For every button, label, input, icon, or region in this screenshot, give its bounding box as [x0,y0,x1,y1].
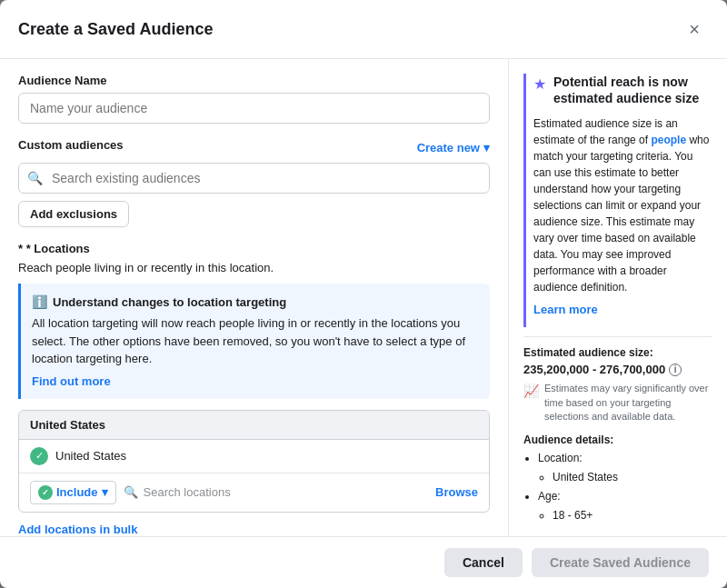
modal-overlay: Create a Saved Audience × Audience Name … [0,0,727,588]
modal-body: Audience Name Custom audiences Create ne… [0,59,727,536]
desc-highlight: people [651,134,686,146]
potential-reach-title: Potential reach is now estimated audienc… [553,74,712,106]
info-icon: ℹ️ [32,294,47,309]
right-panel: ★ Potential reach is now estimated audie… [509,59,727,536]
close-button[interactable]: × [680,15,709,44]
desc-part-2: who match your targeting criteria. You c… [533,134,709,294]
info-box-title: ℹ️ Understand changes to location target… [32,294,479,309]
estimated-size-label: Estimated audience size: [523,346,712,359]
audience-details-label: Audience details: [523,434,712,446]
location-item: ✓ United States [19,440,489,473]
location-check-icon: ✓ [30,447,48,465]
add-locations-bulk-link[interactable]: Add locations in bulk [18,523,137,536]
custom-audiences-label: Custom audiences [18,138,124,152]
chevron-down-icon: ▾ [483,141,490,154]
audience-details-list: Location: United States Age: 18 - 65+ [523,450,712,525]
location-item-label: United States [55,449,126,463]
audience-name-label: Audience Name [18,74,490,87]
audience-name-input[interactable] [18,93,490,124]
include-select-button[interactable]: ✓ Include ▾ [30,481,116,504]
info-box-text: All location targeting will now reach pe… [32,314,479,368]
locations-label: * Locations [18,242,490,255]
modal: Create a Saved Audience × Audience Name … [0,0,727,588]
location-search: 🔍 Search locations [124,485,429,499]
potential-reach-header: ★ Potential reach is now estimated audie… [533,74,712,106]
locations-box-header: United States [19,411,489,440]
location-detail-value: United States [553,469,712,486]
location-search-icon: 🔍 [124,485,138,499]
locations-box: United States ✓ United States ✓ Include … [18,410,490,513]
custom-audiences-search-input[interactable] [18,163,490,194]
right-panel-inner: ★ Potential reach is now estimated audie… [523,74,712,327]
custom-audiences-section: Custom audiences Create new ▾ 🔍 Add excl… [18,138,490,227]
learn-more-link[interactable]: Learn more [533,303,712,316]
audience-name-section: Audience Name [18,74,490,124]
estimated-size-info-icon[interactable]: i [669,364,682,376]
custom-audiences-header: Custom audiences Create new ▾ [18,138,490,157]
age-detail-label: Age: [538,490,561,503]
locations-description: Reach people living in or recently in th… [18,261,490,274]
purple-bar [523,74,526,327]
modal-footer: Cancel Create Saved Audience [0,536,727,588]
browse-button[interactable]: Browse [435,485,478,499]
custom-audiences-search-box: 🔍 [18,163,490,194]
locations-footer: ✓ Include ▾ 🔍 Search locations Browse [19,473,489,512]
right-panel-content: ★ Potential reach is now estimated audie… [533,74,712,327]
search-icon: 🔍 [27,171,43,185]
cancel-button[interactable]: Cancel [444,548,523,577]
audience-details: Audience details: Location: United State… [523,434,712,525]
location-detail-label: Location: [538,452,583,464]
divider [523,336,712,337]
vary-icon: 📈 [523,384,539,398]
include-label: Include [56,485,98,499]
find-out-more-link[interactable]: Find out more [32,374,111,388]
vary-text: Estimates may vary significantly over ti… [544,382,712,424]
right-panel-description: Estimated audience size is an estimate o… [533,115,712,295]
age-detail: Age: 18 - 65+ [538,488,712,524]
include-chevron-icon: ▾ [102,485,108,499]
location-detail: Location: United States [538,450,712,486]
estimated-size-number: 235,200,000 - 276,700,000 [523,363,665,376]
create-new-button[interactable]: Create new ▾ [417,141,490,154]
estimated-size-value: 235,200,000 - 276,700,000 i [523,363,712,376]
include-check-icon: ✓ [38,485,53,500]
left-panel: Audience Name Custom audiences Create ne… [0,59,509,536]
locations-section: * Locations Reach people living in or re… [18,242,490,536]
add-exclusions-button[interactable]: Add exclusions [18,201,129,227]
modal-title: Create a Saved Audience [18,20,213,39]
age-detail-value: 18 - 65+ [553,507,712,524]
star-icon: ★ [533,75,546,93]
vary-note: 📈 Estimates may vary significantly over … [523,382,712,424]
location-info-box: ℹ️ Understand changes to location target… [18,284,490,399]
location-search-placeholder: Search locations [144,485,231,499]
modal-header: Create a Saved Audience × [0,0,727,59]
create-saved-audience-button[interactable]: Create Saved Audience [532,548,709,577]
create-new-label: Create new [417,141,480,154]
